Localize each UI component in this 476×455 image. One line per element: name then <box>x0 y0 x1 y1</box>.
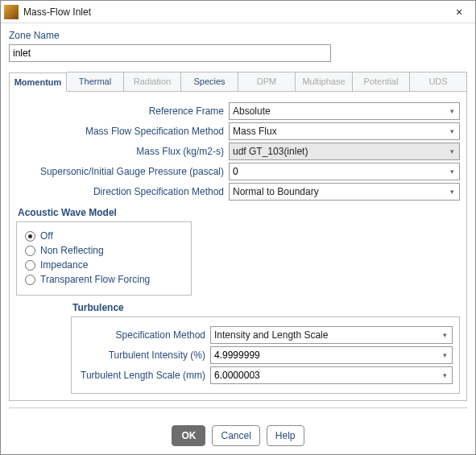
mass-flux-label: Mass Flux (kg/m2-s) <box>16 146 229 157</box>
acoustic-title: Acoustic Wave Model <box>18 207 460 218</box>
mass-flux-combo[interactable]: udf GT_103(inlet) <box>229 143 460 160</box>
zone-name-label: Zone Name <box>9 30 467 41</box>
turb-intensity-label: Turbulent Intensity (%) <box>78 350 210 361</box>
turb-spec-combo[interactable]: Intensity and Length Scale <box>210 326 453 344</box>
acoustic-group: Off Non Reflecting Impedance Transparent… <box>16 221 192 296</box>
zone-name-input[interactable] <box>9 44 331 62</box>
tabs: Momentum Thermal Radiation Species DPM M… <box>9 72 467 91</box>
window-title: Mass-Flow Inlet <box>23 6 448 18</box>
titlebar: Mass-Flow Inlet × <box>1 1 475 23</box>
reference-frame-combo[interactable]: Absolute <box>229 102 460 120</box>
tab-uds: UDS <box>410 72 467 91</box>
turb-length-field[interactable] <box>210 366 453 384</box>
direction-spec-combo[interactable]: Normal to Boundary <box>229 183 460 201</box>
app-icon <box>4 5 19 19</box>
help-button[interactable]: Help <box>267 425 304 446</box>
acoustic-option-label: Non Reflecting <box>40 245 104 256</box>
turb-intensity-field[interactable] <box>210 346 453 364</box>
chevron-down-icon <box>437 367 452 383</box>
dialog-footer: OK Cancel Help <box>1 425 475 446</box>
acoustic-option-impedance[interactable]: Impedance <box>25 259 183 271</box>
tab-dpm: DPM <box>238 72 296 91</box>
direction-spec-label: Direction Specification Method <box>16 186 229 197</box>
turb-spec-value: Intensity and Length Scale <box>214 329 328 341</box>
acoustic-option-label: Transparent Flow Forcing <box>40 274 150 285</box>
mass-flux-value: udf GT_103(inlet) <box>233 146 308 157</box>
chevron-down-icon <box>445 103 459 119</box>
radio-icon <box>25 231 35 242</box>
reference-frame-label: Reference Frame <box>16 105 229 117</box>
acoustic-option-nonreflecting[interactable]: Non Reflecting <box>25 245 183 256</box>
mass-flow-spec-combo[interactable]: Mass Flux <box>229 122 460 140</box>
close-icon[interactable]: × <box>448 6 470 19</box>
direction-spec-value: Normal to Boundary <box>233 186 319 197</box>
acoustic-option-off[interactable]: Off <box>25 230 183 242</box>
tab-potential: Potential <box>353 72 410 91</box>
gauge-pressure-input[interactable] <box>233 163 443 180</box>
turb-length-input[interactable] <box>214 367 436 383</box>
chevron-down-icon <box>437 347 452 363</box>
tab-momentum[interactable]: Momentum <box>9 72 67 92</box>
chevron-down-icon <box>445 184 459 200</box>
chevron-down-icon <box>437 327 452 343</box>
acoustic-option-label: Impedance <box>40 259 88 271</box>
footer-divider <box>9 407 467 408</box>
tab-multiphase: Multiphase <box>296 72 353 91</box>
radio-icon <box>25 246 35 256</box>
reference-frame-value: Absolute <box>233 105 271 117</box>
turb-spec-label: Specification Method <box>78 329 210 341</box>
chevron-down-icon <box>445 163 459 180</box>
radio-icon <box>25 275 35 285</box>
turbulence-group: Specification Method Intensity and Lengt… <box>71 316 460 394</box>
mass-flow-spec-value: Mass Flux <box>233 126 277 137</box>
turb-intensity-input[interactable] <box>214 347 436 363</box>
gauge-pressure-label: Supersonic/Initial Gauge Pressure (pasca… <box>16 166 229 177</box>
tab-species[interactable]: Species <box>181 72 238 91</box>
chevron-down-icon <box>445 143 459 159</box>
tab-thermal[interactable]: Thermal <box>67 72 124 91</box>
turbulence-section: Turbulence Specification Method Intensit… <box>71 302 460 394</box>
acoustic-option-transparent[interactable]: Transparent Flow Forcing <box>25 274 183 285</box>
turbulence-title: Turbulence <box>72 302 460 313</box>
tab-radiation: Radiation <box>124 72 181 91</box>
mass-flow-inlet-dialog: Mass-Flow Inlet × Zone Name Momentum The… <box>0 0 476 455</box>
acoustic-option-label: Off <box>40 230 53 242</box>
cancel-button[interactable]: Cancel <box>212 425 259 446</box>
chevron-down-icon <box>445 123 459 139</box>
ok-button[interactable]: OK <box>172 425 205 446</box>
momentum-panel: Reference Frame Absolute Mass Flow Speci… <box>9 91 467 401</box>
dialog-body: Zone Name Momentum Thermal Radiation Spe… <box>1 23 475 416</box>
radio-icon <box>25 260 35 271</box>
mass-flow-spec-label: Mass Flow Specification Method <box>16 126 229 137</box>
turb-length-label: Turbulent Length Scale (mm) <box>78 370 210 381</box>
gauge-pressure-field[interactable] <box>229 163 460 180</box>
